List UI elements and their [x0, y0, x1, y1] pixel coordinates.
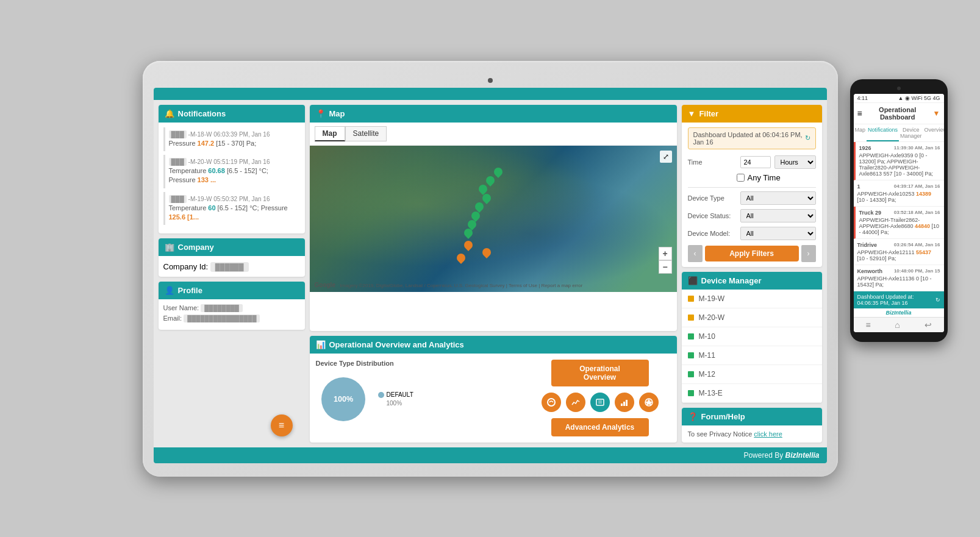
profile-header: 👤 Profile: [159, 282, 305, 299]
email-label: Email:: [163, 315, 182, 322]
phone-nav-home[interactable]: ⌂: [895, 320, 900, 330]
device-model-select[interactable]: All: [740, 227, 816, 240]
company-body: Company Id: ██████: [159, 256, 305, 277]
map-footer-label: Imagery ©2019, DigitalGlobe, Landsat / C…: [340, 283, 583, 288]
operational-overview-btn[interactable]: Operational Overview: [551, 360, 649, 386]
filter-section: ▼ Filter Dashboard Updated at 06:04:16 P…: [682, 105, 822, 267]
phone-notif-truck29-text: APPWEIGH-Trailer2862-APPWEIGH-Axle8680 4…: [859, 217, 940, 235]
phone-refresh-icon[interactable]: ↻: [935, 297, 940, 303]
map-pin-icon: 📍: [316, 109, 326, 118]
phone-tab-notifications[interactable]: Notifications: [867, 124, 899, 141]
notifications-body: ███ -M-18-W 06:03:39 PM, Jan 16 Pressure…: [159, 123, 305, 234]
device-type-select[interactable]: All: [740, 191, 816, 205]
device-dot-green-4: [688, 390, 694, 396]
google-label: Google: [315, 282, 335, 288]
notif-2-text: Temperature 60.68 [6.5 - 152] °C; Pressu…: [169, 166, 296, 185]
phone-updated-text: Dashboard Updated at: 04:06:35 PM, Jan 1…: [857, 294, 935, 306]
phone-notif-tridrive-id: Tridrive: [857, 242, 878, 248]
phone-tab-overview[interactable]: Overview: [923, 124, 944, 141]
device-manager-title: Device Manager: [701, 276, 762, 285]
phone-notif-kenworth-time: 10:48:00 PM, Jan 15: [894, 268, 940, 274]
forum-text: To see Privacy Notice: [688, 430, 754, 438]
company-header: 🏢 Company: [159, 238, 305, 256]
phone-menu-icon[interactable]: ≡: [857, 108, 862, 118]
device-dot-green-1: [688, 333, 694, 340]
phone-notif-1926: 1926 11:39:30 AM, Jan 16 APPWEIGH-Axle93…: [854, 142, 944, 180]
phone-title: Operational Dashboard: [862, 106, 933, 121]
time-filter-row: Time Hours Days: [688, 155, 816, 169]
main-wrapper: 🔔 Notifications ███ -M-18-W 06:03:39 PM,…: [143, 61, 838, 477]
map-expand-btn[interactable]: ⤢: [660, 151, 672, 163]
app-body: 🔔 Notifications ███ -M-18-W 06:03:39 PM,…: [154, 100, 827, 447]
analytics-icon: 📊: [316, 340, 326, 349]
notif-item-1: ███ -M-18-W 06:03:39 PM, Jan 16 Pressure…: [163, 127, 300, 151]
powered-by-label: Powered By: [743, 451, 783, 460]
svg-rect-8: [626, 400, 628, 406]
analytics-icon-4: [615, 393, 634, 412]
apply-filters-btn[interactable]: Apply Filters: [705, 246, 799, 261]
map-pin-orange-2: [482, 248, 492, 260]
time-unit-select[interactable]: Hours Days: [774, 155, 816, 169]
middle-panel: 📍 Map Map Satellite: [310, 105, 677, 443]
company-section: 🏢 Company Company Id: ██████: [159, 238, 305, 277]
filter-title: Filter: [699, 109, 718, 118]
phone-signal: ▲ ◉ WiFi 5G 4G: [898, 95, 940, 101]
device-item-M19W[interactable]: M-19-W: [682, 290, 822, 308]
refresh-icon[interactable]: ↻: [805, 134, 810, 142]
phone-notif-1926-header: 1926 11:39:30 AM, Jan 16: [859, 145, 940, 151]
device-manager-header: ⬛ Device Manager: [682, 272, 822, 290]
notif-3-text: Temperature 60 [6.5 - 152] °C; Pressure …: [169, 204, 296, 222]
filter-prev-btn[interactable]: ‹: [688, 245, 703, 262]
app-footer: Powered By BizIntellia: [154, 447, 827, 463]
svg-rect-6: [621, 404, 623, 406]
device-item-M12[interactable]: M-12: [682, 365, 822, 384]
dashboard-updated-text: Dashboard Updated at 06:04:16 PM, Jan 16: [693, 131, 805, 146]
forum-link[interactable]: click here: [754, 430, 782, 438]
device-item-M11[interactable]: M-11: [682, 346, 822, 365]
phone-tab-map[interactable]: Map: [854, 124, 867, 141]
map-pin-green-8: [463, 229, 473, 241]
filter-next-btn[interactable]: ›: [801, 245, 816, 262]
phone-notif-1-header: 1 04:39:17 AM, Jan 16: [857, 183, 940, 190]
map-section: 📍 Map Map Satellite: [310, 105, 677, 331]
phone-filter-icon[interactable]: ▼: [933, 109, 940, 118]
map-pin-orange-3: [456, 254, 466, 266]
notif-3-timestamp: ███ -M-19-W 05:50:32 PM, Jan 16: [169, 195, 296, 204]
device-item-M20W[interactable]: M-20-W: [682, 308, 822, 327]
any-time-checkbox[interactable]: [737, 174, 745, 182]
phone-device: 4:11 ▲ ◉ WiFi 5G 4G ≡ Operational Dashbo…: [850, 79, 948, 342]
bell-icon: 🔔: [165, 109, 174, 118]
pie-legend-item-default: DEFAULT: [378, 391, 413, 398]
device-model-label: Device Model:: [688, 230, 737, 237]
svg-text:100%: 100%: [333, 394, 352, 403]
menu-fab-btn[interactable]: ≡: [271, 414, 293, 436]
time-input[interactable]: [740, 156, 771, 168]
device-status-select[interactable]: All: [740, 209, 816, 222]
any-time-label: Any Time: [748, 173, 781, 182]
map-view-btn[interactable]: Map: [315, 126, 345, 141]
filter-body: Dashboard Updated at 06:04:16 PM, Jan 16…: [682, 123, 822, 267]
satellite-view-btn[interactable]: Satellite: [345, 126, 387, 141]
notif-item-2: ███ -M-20-W 05:51:19 PM, Jan 16 Temperat…: [163, 155, 300, 188]
zoom-out-btn[interactable]: −: [659, 260, 672, 274]
phone-nav-menu[interactable]: ≡: [865, 320, 870, 330]
phone-nav-back[interactable]: ↩: [925, 320, 932, 330]
device-dot-orange-1: [688, 296, 694, 302]
zoom-in-btn[interactable]: +: [659, 247, 672, 260]
notif-1-timestamp: ███ -M-18-W 06:03:39 PM, Jan 16: [169, 130, 296, 139]
phone-notif-1-id: 1: [857, 183, 860, 190]
device-dot-orange-2: [688, 315, 694, 321]
device-item-M10[interactable]: M-10: [682, 327, 822, 346]
device-name-M12: M-12: [699, 370, 715, 379]
phone-notif-kenworth-id: Kenworth: [857, 268, 883, 274]
phone-notif-1926-id: 1926: [859, 145, 871, 151]
advanced-analytics-btn[interactable]: Advanced Analytics: [551, 418, 649, 436]
device-item-M13E[interactable]: M-13-E: [682, 384, 822, 403]
phone-notif-tridrive-time: 03:26:54 AM, Jan 16: [894, 242, 940, 248]
phone-notif-truck29: Truck 29 03:52:18 AM, Jan 16 APPWEIGH-Tr…: [854, 207, 944, 239]
company-title: Company: [178, 243, 214, 252]
notifications-section: 🔔 Notifications ███ -M-18-W 06:03:39 PM,…: [159, 105, 305, 234]
svg-point-2: [548, 399, 555, 406]
phone-tab-device-manager[interactable]: Device Manager: [899, 124, 923, 141]
profile-icon: 👤: [165, 286, 174, 295]
